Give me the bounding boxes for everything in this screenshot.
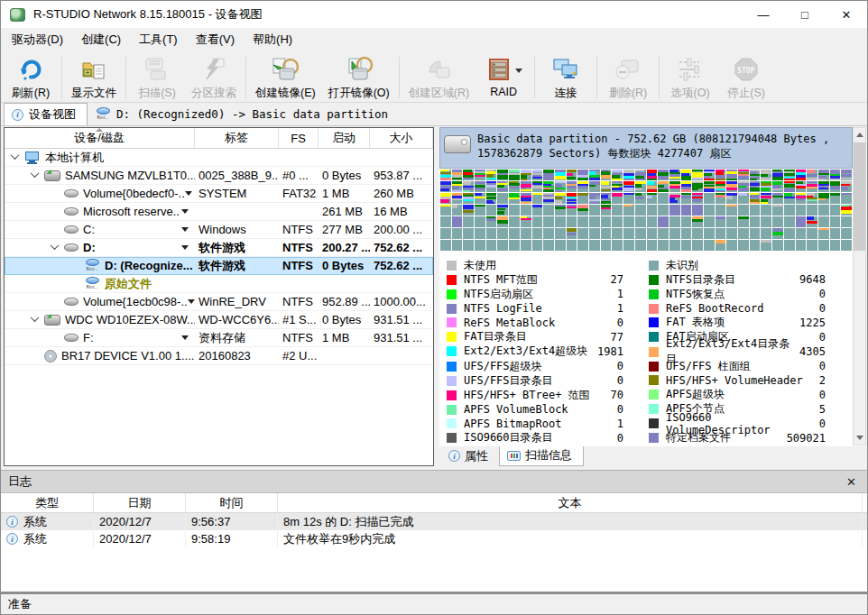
tree-column-header-4[interactable]: 大小	[370, 128, 433, 148]
legend-item: ISO9660 VolumeDescriptor0	[649, 417, 851, 431]
cell-start: 1 MB	[319, 329, 370, 346]
expand-chevron-icon[interactable]	[50, 241, 59, 250]
scan-block	[692, 205, 703, 216]
maximize-button[interactable]: □	[784, 1, 826, 28]
scan-block	[841, 181, 852, 192]
device-dropdown-icon[interactable]	[188, 299, 195, 304]
show-files-icon	[80, 56, 107, 86]
tree-column-header-1[interactable]: 标签	[195, 128, 279, 148]
volume-icon	[64, 225, 78, 234]
log-column-header-0[interactable]: 类型	[1, 493, 94, 512]
toolbar-button-connect[interactable]: 连接	[538, 53, 594, 102]
table-row[interactable]: Rec.原始文件	[5, 275, 433, 293]
cell-label: 20160823	[195, 347, 279, 364]
tree-column-header-2[interactable]: FS	[279, 128, 319, 148]
legend-count: 1	[617, 302, 649, 315]
log-close-icon[interactable]: ✕	[843, 475, 860, 489]
toolbar-button-raid[interactable]: RAID	[476, 53, 531, 102]
scan-block	[543, 216, 554, 227]
scan-block	[532, 205, 543, 216]
scan-block	[750, 205, 761, 216]
table-row[interactable]: Rec.D: (Recognize...软件游戏NTFS0 Bytes752.6…	[5, 257, 433, 275]
cell-size: 16 MB	[370, 203, 433, 220]
scroll-up-icon[interactable]	[854, 128, 865, 142]
scan-block	[658, 240, 669, 251]
device-dropdown-icon[interactable]	[185, 191, 192, 196]
log-row[interactable]: i系统2020/12/79:58:19文件枚举在9秒内完成	[1, 530, 867, 547]
scan-panel-scrollbar[interactable]	[853, 127, 866, 445]
legend-swatch-icon	[649, 304, 659, 314]
toolbar: 刷新(R)显示文件扫描(S)分区搜索创建镜像(E)打开镜像(O)创建区域(R)R…	[1, 51, 867, 103]
menu-item-0[interactable]: 驱动器(D)	[3, 28, 72, 51]
table-row[interactable]: SAMSUNG MZVLB1T0...0025_388B_9...#0 ...0…	[5, 167, 433, 185]
table-row[interactable]: Microsoft reserve..261 MB16 MB	[5, 203, 433, 221]
scan-block	[612, 181, 623, 192]
scan-block	[647, 181, 658, 192]
legend-label: Ext2/Ext3/Ext4超级块	[464, 344, 587, 359]
device-name: C:	[83, 223, 95, 236]
scan-block	[726, 170, 737, 180]
scan-block-map[interactable]	[439, 169, 853, 255]
table-row[interactable]: C:WindowsNTFS277 MB200.00 ...	[5, 221, 433, 239]
scan-block	[658, 228, 669, 239]
menu-item-4[interactable]: 帮助(H)	[244, 28, 301, 51]
scan-block	[681, 216, 692, 227]
tab-scan-info[interactable]: 扫描信息	[499, 446, 584, 466]
device-dropdown-icon[interactable]	[181, 227, 189, 232]
table-row[interactable]: Volume{0bedecf0-..SYSTEMFAT321 MB260 MB	[5, 185, 433, 203]
scan-block	[796, 216, 807, 227]
minimize-button[interactable]: —	[743, 1, 784, 28]
cell-fs: NTFS	[279, 221, 319, 238]
expand-chevron-icon[interactable]	[10, 151, 19, 160]
toolbar-button-show-files[interactable]: 显示文件	[65, 53, 123, 102]
toolbar-button-refresh[interactable]: 刷新(R)	[3, 53, 59, 102]
table-row[interactable]: Volume{1ecb0c98-..WinRE_DRVNTFS952.89 ..…	[5, 293, 433, 311]
scan-block	[567, 170, 577, 180]
scan-block	[577, 170, 588, 180]
expand-chevron-icon[interactable]	[30, 313, 39, 322]
table-row[interactable]: D:软件游戏NTFS200.27 ...752.62 ...	[5, 239, 433, 257]
legend-item: APFS VolumeBlock0	[447, 402, 649, 417]
table-row[interactable]: 本地计算机	[5, 149, 433, 167]
scroll-down-icon[interactable]	[854, 431, 865, 445]
device-name: D:	[83, 241, 96, 254]
log-row[interactable]: i系统2020/12/79:56:378m 12s 的 D: 扫描已完成	[1, 513, 867, 530]
tab-properties[interactable]: i 属性	[441, 446, 499, 466]
legend-count: 0	[819, 331, 851, 344]
legend-swatch-icon	[649, 375, 659, 385]
tab-partition[interactable]: Rec. D: (Recognized0) -> Basic data part…	[88, 103, 399, 125]
expand-chevron-icon[interactable]	[30, 169, 39, 178]
device-dropdown-icon[interactable]	[181, 245, 189, 250]
log-column-header-1[interactable]: 日期	[94, 493, 186, 512]
tab-device-view[interactable]: i 设备视图	[4, 103, 88, 125]
table-row[interactable]: F:资料存储NTFS1 MB931.51 ...	[5, 329, 433, 347]
tree-column-header-0[interactable]: 设备/磁盘	[5, 128, 195, 148]
menu-item-3[interactable]: 查看(V)	[187, 28, 244, 51]
toolbar-button-create-image[interactable]: 创建镜像(E)	[249, 53, 322, 102]
legend-item: ISO9660目录条目0	[447, 431, 649, 445]
close-button[interactable]: ✕	[826, 1, 867, 28]
toolbar-button-scan: 扫描(S)	[129, 53, 185, 102]
device-name: Volume{0bedecf0-..	[83, 187, 185, 200]
scan-block	[497, 216, 508, 227]
table-row[interactable]: BR17 DEVICE V1.00 1....20160823#2 U...	[5, 347, 433, 365]
menu-item-1[interactable]: 创建(C)	[72, 28, 130, 51]
toolbar-button-label: 创建区域(R)	[409, 86, 469, 101]
device-dropdown-icon[interactable]	[181, 209, 189, 214]
log-column-header-2[interactable]: 时间	[186, 493, 278, 512]
toolbar-button-open-image[interactable]: 打开镜像(O)	[322, 53, 396, 102]
legend-item: NTFS MFT范围27	[447, 272, 649, 287]
scan-block	[669, 228, 680, 239]
tree-column-header-3[interactable]: 启动	[319, 128, 370, 148]
scan-block	[452, 181, 463, 192]
dropdown-arrow-icon[interactable]	[515, 69, 522, 73]
device-dropdown-icon[interactable]	[181, 335, 189, 340]
log-column-header-3[interactable]: 文本	[278, 493, 863, 512]
table-row[interactable]: WDC WD10EZEX-08W...WD-WCC6Y6...#1 S...0 …	[5, 311, 433, 329]
scroll-thumb[interactable]	[854, 142, 865, 251]
volume-icon	[64, 207, 78, 216]
menu-item-2[interactable]: 工具(T)	[130, 28, 187, 51]
legend-count: 4305	[799, 345, 851, 358]
scan-block	[509, 205, 520, 216]
scan-block	[612, 228, 623, 239]
